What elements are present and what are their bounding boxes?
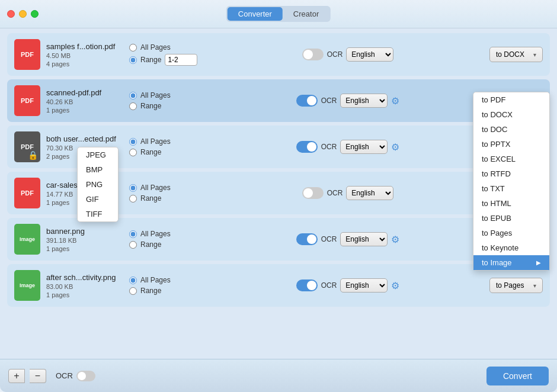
titlebar: Converter Creator xyxy=(0,0,557,28)
file-name: both user...ected.pdf xyxy=(46,134,123,143)
ocr-toggle[interactable] xyxy=(302,49,324,60)
lock-icon: 🔒 xyxy=(28,150,38,160)
dropdown-item-tokeynote[interactable]: to Keynote xyxy=(473,240,549,255)
minimize-button[interactable] xyxy=(19,10,27,18)
dropdown-item-toepub[interactable]: to EPUB xyxy=(473,211,549,226)
ocr-section: OCR English ⚙ xyxy=(296,232,400,246)
dropdown-item-todoc[interactable]: to DOC xyxy=(473,122,549,137)
gear-icon[interactable]: ⚙ xyxy=(391,95,399,107)
format-label: to Pages xyxy=(496,281,524,290)
file-icon-label: PDF xyxy=(21,143,34,150)
ocr-section: OCR English xyxy=(302,186,394,200)
ocr-label: OCR xyxy=(327,189,343,197)
range-label: Range xyxy=(140,287,161,295)
ocr-toggle[interactable] xyxy=(296,279,318,291)
submenu-item-tiff[interactable]: TIFF xyxy=(78,207,118,221)
file-info: scanned-pdf.pdf 40.26 KB 1 pages xyxy=(46,88,123,114)
ocr-toggle[interactable] xyxy=(296,141,318,153)
file-info: banner.png 391.18 KB 1 pages xyxy=(46,227,123,252)
dropdown-item-totxt[interactable]: to TXT xyxy=(473,181,549,196)
tab-creator[interactable]: Creator xyxy=(283,7,329,21)
range-label: Range xyxy=(140,240,161,249)
language-select[interactable]: English xyxy=(340,94,388,108)
image-submenu: JPEG BMP PNG GIF TIFF xyxy=(77,147,119,222)
convert-button[interactable]: Convert xyxy=(486,367,549,385)
all-pages-radio[interactable] xyxy=(129,92,137,99)
range-label: Range xyxy=(140,56,161,64)
range-radio[interactable] xyxy=(129,287,137,295)
range-radio[interactable] xyxy=(129,149,137,156)
page-options: All Pages Range xyxy=(129,91,206,110)
dropdown-item-tohtml[interactable]: to HTML xyxy=(473,196,549,211)
file-size: 4.50 MB xyxy=(46,52,123,59)
file-row: Image banner.png 391.18 KB 1 pages All P… xyxy=(7,218,550,261)
ocr-section: OCR English ⚙ xyxy=(296,278,400,293)
submenu-item-jpeg[interactable]: JPEG xyxy=(78,147,118,162)
ocr-section: OCR English ⚙ xyxy=(296,140,400,154)
maximize-button[interactable] xyxy=(31,10,39,18)
file-icon-label: Image xyxy=(20,236,35,242)
format-button[interactable]: to DOCX ▾ xyxy=(489,47,543,62)
range-radio[interactable] xyxy=(129,56,137,64)
all-pages-radio[interactable] xyxy=(129,138,137,146)
file-row: PDF samples f...otion.pdf 4.50 MB 4 page… xyxy=(7,33,550,76)
gear-icon[interactable]: ⚙ xyxy=(391,142,399,153)
bottom-bar: + − OCR Convert xyxy=(0,359,557,392)
file-pages: 1 pages xyxy=(46,107,123,114)
dropdown-item-label: to Image xyxy=(482,258,512,267)
all-pages-radio[interactable] xyxy=(129,277,137,284)
close-button[interactable] xyxy=(7,10,15,18)
ocr-toggle[interactable] xyxy=(302,187,324,199)
all-pages-radio[interactable] xyxy=(129,44,137,52)
page-options: All Pages Range xyxy=(129,43,206,66)
submenu-item-bmp[interactable]: BMP xyxy=(78,162,118,177)
file-icon-pdf: PDF xyxy=(14,85,40,116)
file-row: Image after sch...ctivity.png 83.00 KB 1… xyxy=(7,264,550,307)
range-radio[interactable] xyxy=(129,102,137,110)
range-input[interactable] xyxy=(165,54,197,66)
add-file-button[interactable]: + xyxy=(8,369,25,383)
ocr-section: OCR English ⚙ xyxy=(296,94,400,108)
range-label: Range xyxy=(140,102,161,110)
all-pages-radio[interactable] xyxy=(129,230,137,238)
all-pages-label: All Pages xyxy=(140,230,171,238)
dropdown-item-todocx[interactable]: to DOCX xyxy=(473,107,549,122)
dropdown-item-toexcel[interactable]: to EXCEL xyxy=(473,152,549,166)
dropdown-item-topages[interactable]: to Pages xyxy=(473,226,549,240)
range-radio[interactable] xyxy=(129,195,137,203)
ocr-toggle[interactable] xyxy=(296,233,318,245)
remove-file-button[interactable]: − xyxy=(30,369,46,383)
gear-icon[interactable]: ⚙ xyxy=(391,234,399,245)
all-pages-radio[interactable] xyxy=(129,184,137,192)
file-icon-image: Image xyxy=(14,224,40,255)
ocr-bottom-toggle[interactable] xyxy=(76,371,95,381)
dropdown-item-topptx[interactable]: to PPTX xyxy=(473,137,549,152)
file-size: 83.00 KB xyxy=(46,283,123,290)
range-radio[interactable] xyxy=(129,241,137,249)
ocr-label: OCR xyxy=(321,235,337,243)
language-select[interactable]: English xyxy=(340,140,388,154)
format-button[interactable]: to Pages ▾ xyxy=(489,278,543,293)
language-select[interactable]: English xyxy=(340,232,388,246)
file-name: banner.png xyxy=(46,227,123,236)
dropdown-item-tortfd[interactable]: to RTFD xyxy=(473,166,549,181)
tab-converter[interactable]: Converter xyxy=(228,7,283,21)
submenu-item-png[interactable]: PNG xyxy=(78,177,118,192)
dropdown-item-toimage[interactable]: to Image ▶ xyxy=(473,255,549,270)
gear-icon[interactable]: ⚙ xyxy=(391,280,399,291)
dropdown-item-topdf[interactable]: to PDF xyxy=(473,92,549,107)
range-label: Range xyxy=(140,148,161,156)
ocr-bottom-label: OCR xyxy=(56,371,73,380)
ocr-toggle[interactable] xyxy=(296,95,318,107)
ocr-label: OCR xyxy=(321,97,337,105)
all-pages-label: All Pages xyxy=(140,276,171,284)
language-select[interactable]: English xyxy=(346,47,393,62)
dropdown-arrow-icon: ▾ xyxy=(533,52,536,58)
page-options: All Pages Range xyxy=(129,230,206,249)
file-info: samples f...otion.pdf 4.50 MB 4 pages xyxy=(46,42,123,68)
language-select[interactable]: English xyxy=(340,278,388,293)
language-select[interactable]: English xyxy=(346,186,393,200)
file-icon-label: Image xyxy=(20,282,35,288)
file-icon-pdf: PDF xyxy=(14,178,40,208)
submenu-item-gif[interactable]: GIF xyxy=(78,192,118,207)
